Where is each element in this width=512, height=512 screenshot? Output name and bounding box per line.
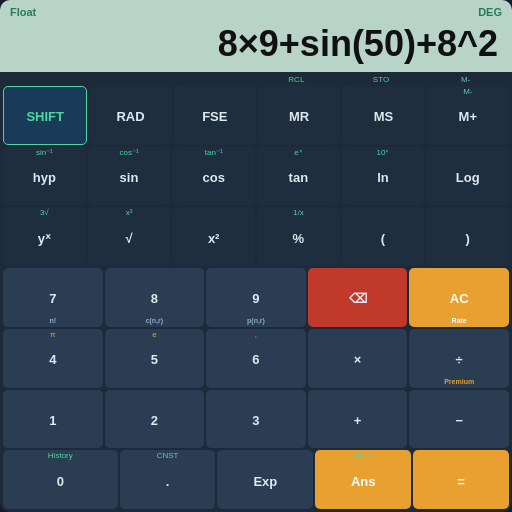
row-0: History 0 CNST . Exp Menu Ans = (3, 450, 509, 509)
rad-button[interactable]: RAD (89, 86, 171, 145)
4-button[interactable]: π 4 (3, 329, 103, 388)
3-button[interactable]: 3 (206, 390, 306, 449)
sto-label: STO (340, 75, 423, 84)
tan-button[interactable]: eˣ tan (257, 147, 340, 206)
dot-button[interactable]: CNST . (120, 450, 216, 509)
ms-button[interactable]: MS (342, 86, 424, 145)
calculator: Float DEG 8×9+sin(50)+8^2 RCL STO M- SHI… (0, 0, 512, 512)
row-shift: SHIFT RAD FSE MR MS M- M+ (3, 86, 509, 145)
0-button[interactable]: History 0 (3, 450, 118, 509)
mr-button[interactable]: MR (258, 86, 340, 145)
log-button[interactable]: Log (426, 147, 509, 206)
exp-button[interactable]: Exp (217, 450, 313, 509)
minus-button[interactable]: − (409, 390, 509, 449)
multiply-button[interactable]: × (308, 329, 408, 388)
backspace-button[interactable]: ⌫ (308, 268, 408, 327)
equals-button[interactable]: = (413, 450, 509, 509)
fse-button[interactable]: FSE (174, 86, 256, 145)
row-789: 7 n! 8 c(n,r) 9 p(n,r) ⌫ AC Rate (3, 268, 509, 327)
angle-mode: DEG (478, 6, 502, 18)
mplus-button[interactable]: M- M+ (427, 86, 509, 145)
mm-label: M- (424, 75, 507, 84)
ln-button[interactable]: 10ˣ ln (342, 147, 425, 206)
row-power: 3√ yˣ x³ √ x² 1/x % ( ) (3, 207, 509, 266)
rcl-label: RCL (255, 75, 338, 84)
yx-button[interactable]: 3√ yˣ (3, 207, 86, 266)
6-button[interactable]: , 6 (206, 329, 306, 388)
shift-button[interactable]: SHIFT (3, 86, 87, 145)
hyp-button[interactable]: sin⁻¹ hyp (3, 147, 86, 206)
ac-button[interactable]: AC Rate (409, 268, 509, 327)
1-button[interactable]: 1 (3, 390, 103, 449)
row-trig: sin⁻¹ hyp cos⁻¹ sin tan⁻¹ cos eˣ tan 10ˣ… (3, 147, 509, 206)
float-mode: Float (10, 6, 36, 18)
row-123: 1 2 3 + − (3, 390, 509, 449)
display-expression: 8×9+sin(50)+8^2 (10, 20, 502, 68)
9-button[interactable]: 9 p(n,r) (206, 268, 306, 327)
7-button[interactable]: 7 n! (3, 268, 103, 327)
rparen-button[interactable]: ) (426, 207, 509, 266)
sqrt-button[interactable]: x³ √ (88, 207, 171, 266)
x2-button[interactable]: x² (172, 207, 255, 266)
row-456: π 4 e 5 , 6 × ÷ Premium (3, 329, 509, 388)
divide-button[interactable]: ÷ Premium (409, 329, 509, 388)
sin-button[interactable]: cos⁻¹ sin (88, 147, 171, 206)
plus-button[interactable]: + (308, 390, 408, 449)
ans-button[interactable]: Menu Ans (315, 450, 411, 509)
2-button[interactable]: 2 (105, 390, 205, 449)
cos-button[interactable]: tan⁻¹ cos (172, 147, 255, 206)
percent-button[interactable]: 1/x % (257, 207, 340, 266)
lparen-button[interactable]: ( (342, 207, 425, 266)
buttons-area: RCL STO M- SHIFT RAD FSE MR MS M- M+ (0, 72, 512, 512)
display-top-row: Float DEG (10, 6, 502, 18)
display-area: Float DEG 8×9+sin(50)+8^2 (0, 0, 512, 72)
8-button[interactable]: 8 c(n,r) (105, 268, 205, 327)
5-button[interactable]: e 5 (105, 329, 205, 388)
